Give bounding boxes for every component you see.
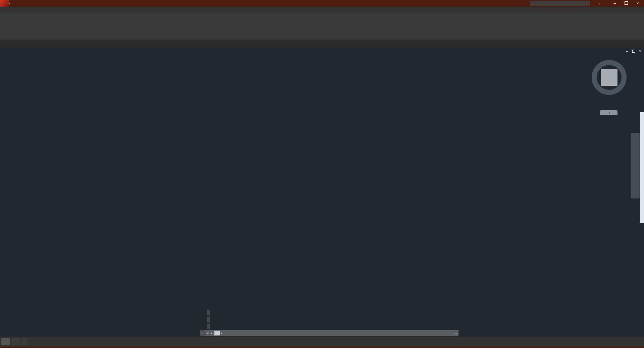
- taskbar-strip: [0, 347, 644, 348]
- command-history-line: [207, 324, 210, 329]
- model-tab[interactable]: [1, 338, 10, 345]
- command-history-line: [207, 317, 210, 323]
- wrench-dropdown-icon[interactable]: ▾: [211, 332, 212, 335]
- status-bar: [0, 337, 644, 347]
- close-button[interactable]: ×: [633, 1, 642, 6]
- recent-dropdown-icon[interactable]: ▾: [221, 332, 222, 335]
- restore-button[interactable]: [622, 1, 631, 6]
- autocad-window: ▾ ▾ – × –×: [0, 0, 644, 348]
- command-close-icon[interactable]: ×: [207, 331, 209, 335]
- command-history-line: [207, 310, 210, 315]
- search-input[interactable]: [530, 1, 590, 6]
- ribbon-tab-bar: [0, 7, 644, 13]
- add-layout-button[interactable]: [21, 338, 27, 345]
- drawing-close-icon: ×: [639, 49, 641, 53]
- drawing-window-buttons[interactable]: –×: [626, 49, 641, 53]
- sign-in-button[interactable]: ▾: [596, 2, 600, 5]
- minimize-button[interactable]: –: [610, 1, 619, 6]
- layout1-tab[interactable]: [11, 338, 20, 345]
- title-bar: ▾ ▾ – ×: [0, 0, 644, 7]
- navbar-close-icon[interactable]: ×: [637, 133, 639, 136]
- palette-edge: [640, 112, 644, 223]
- logo-dropdown-icon[interactable]: ▾: [9, 2, 10, 5]
- wcs-menu[interactable]: ▾: [600, 110, 617, 115]
- command-line[interactable]: ⁞⁞ × ▾ ▾ ▴: [200, 330, 459, 336]
- ribbon: [0, 13, 644, 40]
- recent-commands-icon[interactable]: [214, 331, 220, 336]
- drawing-restore-icon: [632, 50, 635, 53]
- command-grip[interactable]: ⁞⁞: [200, 330, 205, 336]
- viewcube[interactable]: ▾: [589, 57, 629, 121]
- command-history-toggle-icon[interactable]: ▴: [455, 332, 457, 335]
- drawing-minimize-icon: –: [626, 49, 628, 53]
- model-space-viewport[interactable]: –× ▾ × ⁞⁞ × ▾ ▾ ▴: [0, 47, 644, 337]
- file-tab-bar: [0, 40, 644, 47]
- navigation-bar[interactable]: ×: [631, 133, 640, 198]
- floor-plan-drawing[interactable]: [0, 47, 644, 337]
- autocad-logo-icon[interactable]: [0, 0, 9, 7]
- viewcube-top-face[interactable]: [601, 69, 617, 86]
